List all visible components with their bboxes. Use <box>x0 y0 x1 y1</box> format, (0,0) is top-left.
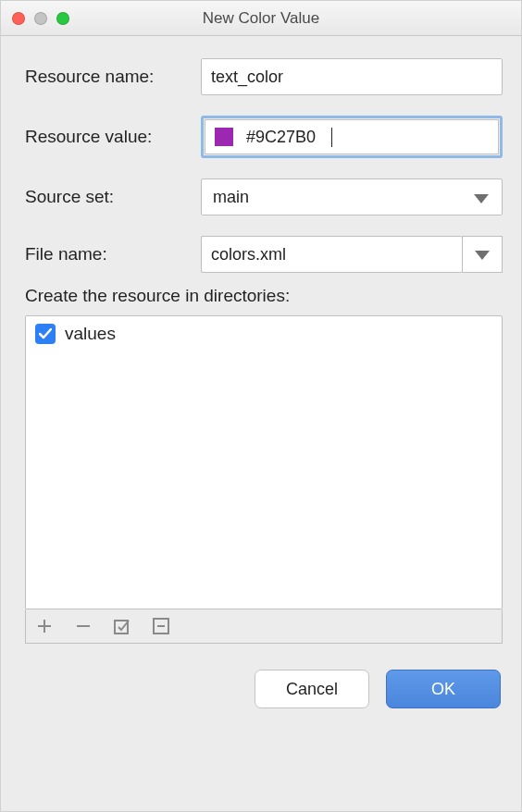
select-all-button[interactable] <box>113 617 131 635</box>
source-set-row: Source set: main <box>25 178 503 215</box>
chevron-down-icon <box>474 194 489 203</box>
file-name-label: File name: <box>25 244 201 265</box>
file-name-combo <box>201 236 503 273</box>
chevron-down-icon <box>475 245 490 265</box>
resource-name-input[interactable] <box>211 68 492 87</box>
resource-name-row: Resource name: <box>25 58 503 95</box>
directory-item-label: values <box>65 324 116 344</box>
resource-value-focused-wrap <box>201 116 503 158</box>
deselect-all-icon <box>153 618 169 634</box>
ok-button[interactable]: OK <box>386 670 501 708</box>
minus-icon <box>76 619 91 634</box>
resource-value-input[interactable] <box>246 128 489 147</box>
source-set-label: Source set: <box>25 187 201 207</box>
file-name-dropdown-button[interactable] <box>462 236 503 273</box>
resource-value-row: Resource value: <box>25 116 503 158</box>
svg-rect-2 <box>115 621 128 634</box>
list-item[interactable]: values <box>26 316 502 351</box>
resource-name-field[interactable] <box>201 58 503 95</box>
file-name-field[interactable] <box>201 236 462 273</box>
deselect-all-button[interactable] <box>152 617 170 635</box>
window-controls <box>12 12 69 25</box>
color-swatch[interactable] <box>215 128 233 146</box>
directories-toolbar <box>25 609 503 644</box>
check-icon <box>39 328 52 339</box>
window-title: New Color Value <box>1 9 521 28</box>
svg-marker-1 <box>475 251 490 260</box>
directories-list[interactable]: values <box>25 315 503 609</box>
svg-marker-0 <box>474 194 489 203</box>
select-all-icon <box>114 618 130 634</box>
minimize-window-button[interactable] <box>34 12 47 25</box>
dialog-footer: Cancel OK <box>1 653 521 727</box>
add-button[interactable] <box>35 617 54 635</box>
close-window-button[interactable] <box>12 12 25 25</box>
cancel-button[interactable]: Cancel <box>255 670 369 708</box>
resource-value-label: Resource value: <box>25 127 201 147</box>
remove-button[interactable] <box>74 617 93 635</box>
file-name-input[interactable] <box>211 245 453 265</box>
directories-label: Create the resource in directories: <box>25 286 503 306</box>
resource-value-field[interactable] <box>205 119 499 154</box>
source-set-dropdown[interactable]: main <box>201 178 503 215</box>
plus-icon <box>37 619 52 634</box>
file-name-row: File name: <box>25 236 503 273</box>
maximize-window-button[interactable] <box>56 12 69 25</box>
dialog-content: Resource name: Resource value: Source se… <box>1 36 521 653</box>
resource-name-label: Resource name: <box>25 67 201 87</box>
directory-checkbox[interactable] <box>35 324 56 344</box>
source-set-value: main <box>213 188 249 207</box>
titlebar: New Color Value <box>1 1 521 36</box>
